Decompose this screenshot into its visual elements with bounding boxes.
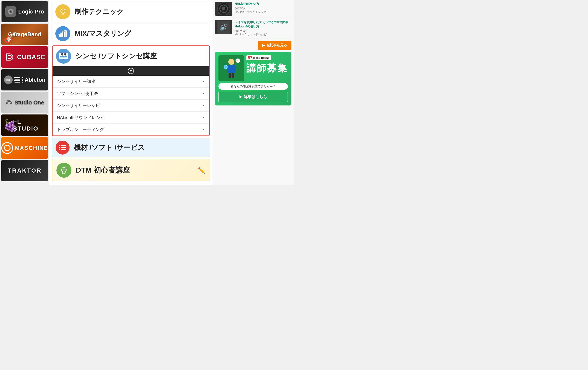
equipment-card[interactable]: 機材 /ソフト /サービス (52, 138, 210, 157)
arrow-right-icon-2: → (200, 103, 205, 109)
main-content: 制作テクニック MIX/マスタリング (49, 0, 212, 185)
synth-menu-label-4: トラブルシューティング (57, 127, 104, 132)
synth-menu-item-trouble[interactable]: トラブルシューティング → (52, 124, 209, 135)
synth-menu-item-softsynth[interactable]: ソフトシンセ_使用法 → (52, 88, 209, 100)
sidebar-item-logic-pro[interactable]: Logic Pro (1, 1, 48, 22)
svg-point-40 (228, 59, 234, 65)
studio-one-label: Studio One (14, 99, 44, 106)
synth-section: シンセ /ソフトシンセ講座 ▼ シンセサイザー講座 → ソフトシンセ_使用法 →… (52, 45, 210, 136)
synth-menu-item-recipe[interactable]: シンセサイザーレシピ → (52, 100, 209, 112)
logic-pro-icon (5, 6, 16, 17)
svg-point-16 (62, 31, 63, 33)
synth-piano-icon (56, 49, 71, 64)
arrow-right-icon-0: → (200, 79, 205, 84)
svg-point-39 (63, 169, 65, 170)
article-item-1: 🔊 ノイズを使用したSEと Programの保存 HALion6の使い方 201… (215, 20, 291, 39)
banner-person-illustration (219, 55, 244, 81)
dtm-icon (56, 163, 72, 178)
banner-ad: sleep freaks 講師募集 あなたの知識を役立てませんか？ 詳細はこちら (215, 52, 291, 105)
logic-pro-label: Logic Pro (18, 8, 44, 15)
article-date-0: 2017/6/4 (235, 7, 291, 10)
studio-one-icon (5, 98, 13, 107)
seisaku-category-card[interactable]: 制作テクニック (52, 2, 210, 22)
svg-point-2 (10, 11, 11, 12)
sidebar-item-studio-one[interactable]: Studio One (1, 92, 48, 113)
banner-logo-area: sleep freaks 講師募集 (246, 55, 288, 75)
seisaku-title: 制作テクニック (75, 7, 124, 17)
synth-menu-item-synthesizer[interactable]: シンセサイザー講座 → (52, 76, 209, 88)
article-thumb-1: 🔊 (215, 20, 232, 34)
dtm-pen-icon: ✏️ (198, 167, 205, 174)
sidebar-item-garageband[interactable]: 🎸 GarageBand (1, 24, 48, 45)
synth-menu-label-2: シンセサイザーレシピ (57, 103, 100, 109)
article-title-0[interactable]: HALion6の使い方 (235, 2, 291, 6)
svg-point-18 (65, 30, 67, 31)
banner-kanji-text: 講師募集 (246, 62, 288, 75)
svg-point-36 (60, 149, 61, 150)
synth-menu-item-halion[interactable]: HALion6 サウンドレシピ → (52, 112, 209, 124)
sleep-text: sleep freaks (253, 56, 269, 59)
synth-header[interactable]: シンセ /ソフトシンセ講座 (52, 46, 209, 66)
article-category-1: HALion 6 サウンドレシピ (235, 33, 291, 36)
sidebar-item-cubase[interactable]: CUBASE (1, 46, 48, 68)
banner-top: sleep freaks 講師募集 (219, 55, 288, 81)
equipment-icon (56, 141, 70, 155)
banner-cta-button[interactable]: 詳細はこちら (219, 92, 288, 102)
sidebar-item-fl-studio[interactable]: 🍇 FL STUDIO (1, 114, 48, 136)
view-all-label: 全記事を見る (267, 43, 287, 48)
arrow-right-icon-3: → (200, 115, 205, 120)
vinyl-disc-icon (217, 2, 230, 15)
view-all-container: 全記事を見る (215, 41, 291, 50)
fl-studio-label: FL STUDIO (13, 118, 48, 132)
article-title-1[interactable]: ノイズを使用したSEと Programの保存 HALion6の使い方 (235, 20, 291, 29)
sidebar-item-ableton[interactable]: live Ableton (1, 69, 48, 90)
svg-point-34 (60, 145, 61, 146)
svg-rect-43 (233, 66, 236, 72)
svg-point-15 (60, 33, 62, 34)
mix-category-card[interactable]: MIX/マスタリング (52, 24, 210, 44)
play-icon (262, 44, 265, 47)
svg-rect-26 (62, 53, 63, 55)
maschine-inner-circle (4, 145, 10, 151)
article-info-0: HALion6の使い方 2017/6/4 HALion 6 サウンドレシピ (235, 2, 291, 16)
svg-rect-11 (62, 33, 63, 37)
synth-menu-label-1: ソフトシンセ_使用法 (57, 91, 98, 97)
traktor-label: TRAKTOR (8, 167, 42, 174)
synth-title: シンセ /ソフトシンセ講座 (75, 51, 157, 61)
svg-point-14 (59, 34, 60, 36)
dropdown-circle-icon: ▼ (128, 68, 134, 74)
synth-menu-label-3: HALion6 サウンドレシピ (57, 115, 105, 120)
ableton-live-badge: live (4, 75, 13, 84)
logo-icon (248, 56, 252, 59)
svg-point-17 (64, 30, 65, 32)
synth-dropdown-bar[interactable]: ▼ (52, 66, 209, 76)
mix-title: MIX/マスタリング (75, 29, 131, 38)
svg-rect-45 (231, 73, 234, 78)
seisaku-icon (55, 4, 70, 19)
article-info-1: ノイズを使用したSEと Programの保存 HALion6の使い方 2017/… (235, 20, 291, 36)
cta-play-icon (240, 95, 242, 98)
left-sidebar: Logic Pro 🎸 GarageBand CUBASE live (0, 0, 49, 185)
equipment-title: 機材 /ソフト /サービス (74, 143, 145, 152)
ableton-logo-icon (14, 77, 23, 82)
svg-rect-9 (59, 36, 60, 37)
svg-rect-10 (60, 34, 62, 37)
svg-point-35 (60, 147, 61, 148)
sleep-freaks-logo-area: sleep freaks (246, 55, 288, 60)
banner-cta-label: 詳細はこちら (244, 94, 267, 100)
sidebar-item-maschine[interactable]: MASCHINE (1, 137, 48, 159)
svg-point-8 (63, 10, 63, 11)
svg-rect-44 (229, 73, 231, 78)
article-item-0: HALion6の使い方 2017/6/4 HALion 6 サウンドレシピ (215, 2, 291, 18)
svg-rect-13 (65, 31, 67, 37)
sidebar-item-traktor[interactable]: TRAKTOR (1, 160, 48, 181)
synth-menu-label-0: シンセサイザー講座 (57, 79, 95, 84)
view-all-button[interactable]: 全記事を見る (258, 41, 291, 50)
article-thumb-0 (215, 2, 232, 16)
svg-rect-28 (65, 53, 66, 55)
dtm-card[interactable]: DTM 初心者講座 ✏️ (52, 159, 210, 181)
article-category-0: HALion 6 サウンドレシピ (235, 10, 291, 14)
sleep-freaks-logo: sleep freaks (246, 55, 271, 60)
svg-rect-27 (64, 53, 65, 55)
speaker-icon: 🔊 (217, 21, 230, 34)
